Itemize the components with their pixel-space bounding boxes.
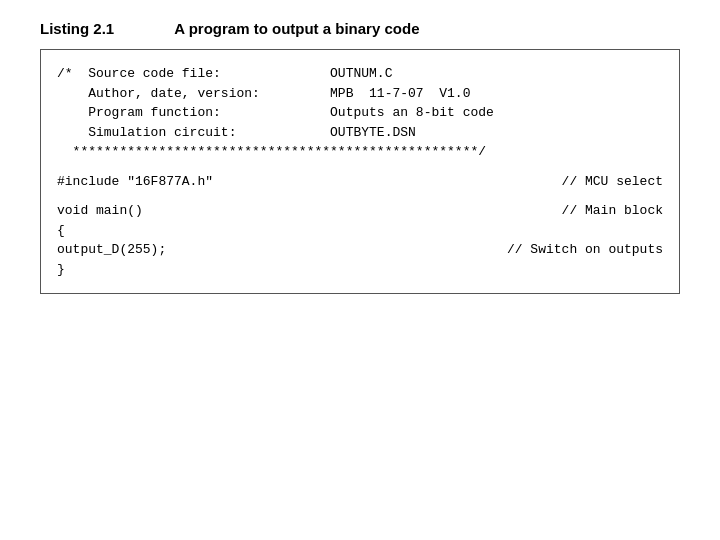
void-main: void main() (57, 201, 143, 221)
include-comment: // MCU select (562, 172, 663, 192)
output-comment: // Switch on outputs (507, 240, 663, 260)
listing-title: A program to output a binary code (174, 20, 419, 37)
code-section: #include "16F877A.h" // MCU select void … (57, 172, 663, 280)
output-row: output_D(255); // Switch on outputs (57, 240, 663, 260)
include-row: #include "16F877A.h" // MCU select (57, 172, 663, 192)
code-box: /* Source code file: OUTNUM.C Author, da… (40, 49, 680, 294)
open-brace: { (57, 223, 65, 238)
page-title-row: Listing 2.1 A program to output a binary… (40, 20, 680, 37)
include-line: #include "16F877A.h" (57, 172, 213, 192)
comment-block: /* Source code file: OUTNUM.C Author, da… (57, 64, 663, 162)
close-brace: } (57, 262, 65, 277)
listing-label: Listing 2.1 (40, 20, 114, 37)
void-comment: // Main block (562, 201, 663, 221)
output-line: output_D(255); (57, 240, 166, 260)
open-brace-row: { (57, 221, 663, 241)
close-brace-row: } (57, 260, 663, 280)
void-main-row: void main() // Main block (57, 201, 663, 221)
